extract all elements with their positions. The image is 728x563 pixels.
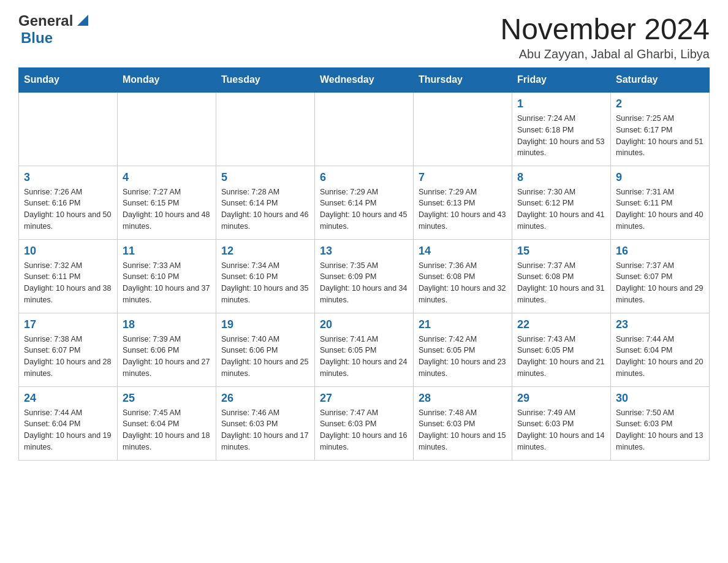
day-info: Sunrise: 7:34 AMSunset: 6:10 PMDaylight:… (221, 260, 309, 306)
calendar-cell: 23Sunrise: 7:44 AMSunset: 6:04 PMDayligh… (611, 313, 710, 386)
calendar-cell: 4Sunrise: 7:27 AMSunset: 6:15 PMDaylight… (118, 166, 216, 239)
day-number: 18 (123, 318, 211, 331)
day-number: 12 (221, 245, 309, 258)
day-number: 30 (616, 392, 704, 405)
logo: General Blue (18, 12, 91, 47)
day-info: Sunrise: 7:41 AMSunset: 6:05 PMDaylight:… (320, 334, 408, 380)
day-info: Sunrise: 7:30 AMSunset: 6:12 PMDaylight:… (517, 186, 605, 232)
day-info: Sunrise: 7:32 AMSunset: 6:11 PMDaylight:… (24, 260, 112, 306)
calendar-cell (118, 92, 216, 166)
calendar-cell: 30Sunrise: 7:50 AMSunset: 6:03 PMDayligh… (611, 386, 710, 460)
day-number: 11 (123, 245, 211, 258)
day-info: Sunrise: 7:43 AMSunset: 6:05 PMDaylight:… (517, 334, 605, 380)
day-info: Sunrise: 7:40 AMSunset: 6:06 PMDaylight:… (221, 334, 309, 380)
calendar-cell: 19Sunrise: 7:40 AMSunset: 6:06 PMDayligh… (216, 313, 315, 386)
day-number: 15 (517, 245, 605, 258)
calendar-cell: 22Sunrise: 7:43 AMSunset: 6:05 PMDayligh… (512, 313, 611, 386)
day-number: 20 (320, 318, 408, 331)
calendar-cell: 10Sunrise: 7:32 AMSunset: 6:11 PMDayligh… (19, 239, 118, 313)
logo-blue-text: Blue (21, 29, 53, 46)
day-number: 8 (517, 171, 605, 184)
day-info: Sunrise: 7:29 AMSunset: 6:14 PMDaylight:… (320, 186, 408, 232)
day-number: 1 (517, 98, 605, 110)
weekday-header-row: SundayMondayTuesdayWednesdayThursdayFrid… (19, 68, 710, 93)
calendar-cell: 17Sunrise: 7:38 AMSunset: 6:07 PMDayligh… (19, 313, 118, 386)
svg-marker-0 (77, 15, 88, 26)
day-number: 28 (419, 392, 507, 405)
calendar-cell: 24Sunrise: 7:44 AMSunset: 6:04 PMDayligh… (19, 386, 118, 460)
calendar-cell: 14Sunrise: 7:36 AMSunset: 6:08 PMDayligh… (414, 239, 512, 313)
day-number: 25 (123, 392, 211, 405)
day-info: Sunrise: 7:31 AMSunset: 6:11 PMDaylight:… (616, 186, 704, 232)
day-info: Sunrise: 7:42 AMSunset: 6:05 PMDaylight:… (419, 334, 507, 380)
day-info: Sunrise: 7:44 AMSunset: 6:04 PMDaylight:… (24, 407, 112, 453)
weekday-header-thursday: Thursday (414, 68, 512, 93)
day-number: 29 (517, 392, 605, 405)
weekday-header-monday: Monday (118, 68, 216, 93)
day-info: Sunrise: 7:37 AMSunset: 6:07 PMDaylight:… (616, 260, 704, 306)
day-number: 23 (616, 318, 704, 331)
day-number: 10 (24, 245, 112, 258)
day-number: 9 (616, 171, 704, 184)
page-header: General Blue November 2024 Abu Zayyan, J… (18, 12, 710, 61)
calendar-week-3: 10Sunrise: 7:32 AMSunset: 6:11 PMDayligh… (19, 239, 710, 313)
day-number: 24 (24, 392, 112, 405)
day-info: Sunrise: 7:26 AMSunset: 6:16 PMDaylight:… (24, 186, 112, 232)
day-info: Sunrise: 7:25 AMSunset: 6:17 PMDaylight:… (616, 113, 704, 159)
calendar-cell: 25Sunrise: 7:45 AMSunset: 6:04 PMDayligh… (118, 386, 216, 460)
day-number: 5 (221, 171, 309, 184)
calendar-cell: 20Sunrise: 7:41 AMSunset: 6:05 PMDayligh… (315, 313, 414, 386)
day-info: Sunrise: 7:47 AMSunset: 6:03 PMDaylight:… (320, 407, 408, 453)
calendar-week-1: 1Sunrise: 7:24 AMSunset: 6:18 PMDaylight… (19, 92, 710, 166)
location-title: Abu Zayyan, Jabal al Gharbi, Libya (500, 47, 710, 61)
calendar-cell: 13Sunrise: 7:35 AMSunset: 6:09 PMDayligh… (315, 239, 414, 313)
calendar-cell: 1Sunrise: 7:24 AMSunset: 6:18 PMDaylight… (512, 92, 611, 166)
day-info: Sunrise: 7:46 AMSunset: 6:03 PMDaylight:… (221, 407, 309, 453)
day-info: Sunrise: 7:35 AMSunset: 6:09 PMDaylight:… (320, 260, 408, 306)
day-number: 7 (419, 171, 507, 184)
calendar-week-2: 3Sunrise: 7:26 AMSunset: 6:16 PMDaylight… (19, 166, 710, 239)
day-number: 3 (24, 171, 112, 184)
calendar-cell: 16Sunrise: 7:37 AMSunset: 6:07 PMDayligh… (611, 239, 710, 313)
weekday-header-saturday: Saturday (611, 68, 710, 93)
calendar-cell: 3Sunrise: 7:26 AMSunset: 6:16 PMDaylight… (19, 166, 118, 239)
day-info: Sunrise: 7:24 AMSunset: 6:18 PMDaylight:… (517, 113, 605, 159)
logo-triangle-icon (74, 12, 91, 29)
calendar-cell: 15Sunrise: 7:37 AMSunset: 6:08 PMDayligh… (512, 239, 611, 313)
calendar-cell: 9Sunrise: 7:31 AMSunset: 6:11 PMDaylight… (611, 166, 710, 239)
weekday-header-wednesday: Wednesday (315, 68, 414, 93)
day-info: Sunrise: 7:49 AMSunset: 6:03 PMDaylight:… (517, 407, 605, 453)
calendar-cell: 2Sunrise: 7:25 AMSunset: 6:17 PMDaylight… (611, 92, 710, 166)
calendar-week-5: 24Sunrise: 7:44 AMSunset: 6:04 PMDayligh… (19, 386, 710, 460)
calendar-cell: 7Sunrise: 7:29 AMSunset: 6:13 PMDaylight… (414, 166, 512, 239)
calendar-cell: 27Sunrise: 7:47 AMSunset: 6:03 PMDayligh… (315, 386, 414, 460)
day-info: Sunrise: 7:37 AMSunset: 6:08 PMDaylight:… (517, 260, 605, 306)
calendar-cell (216, 92, 315, 166)
day-info: Sunrise: 7:44 AMSunset: 6:04 PMDaylight:… (616, 334, 704, 380)
day-number: 6 (320, 171, 408, 184)
day-number: 17 (24, 318, 112, 331)
calendar-cell (19, 92, 118, 166)
calendar-cell: 6Sunrise: 7:29 AMSunset: 6:14 PMDaylight… (315, 166, 414, 239)
day-number: 26 (221, 392, 309, 405)
calendar-cell (315, 92, 414, 166)
day-info: Sunrise: 7:27 AMSunset: 6:15 PMDaylight:… (123, 186, 211, 232)
day-number: 14 (419, 245, 507, 258)
day-info: Sunrise: 7:29 AMSunset: 6:13 PMDaylight:… (419, 186, 507, 232)
day-info: Sunrise: 7:48 AMSunset: 6:03 PMDaylight:… (419, 407, 507, 453)
calendar-cell: 5Sunrise: 7:28 AMSunset: 6:14 PMDaylight… (216, 166, 315, 239)
calendar-cell (414, 92, 512, 166)
day-number: 19 (221, 318, 309, 331)
calendar-cell: 21Sunrise: 7:42 AMSunset: 6:05 PMDayligh… (414, 313, 512, 386)
day-info: Sunrise: 7:38 AMSunset: 6:07 PMDaylight:… (24, 334, 112, 380)
calendar-cell: 18Sunrise: 7:39 AMSunset: 6:06 PMDayligh… (118, 313, 216, 386)
day-number: 22 (517, 318, 605, 331)
day-number: 21 (419, 318, 507, 331)
weekday-header-sunday: Sunday (19, 68, 118, 93)
title-section: November 2024 Abu Zayyan, Jabal al Gharb… (500, 12, 710, 61)
day-info: Sunrise: 7:50 AMSunset: 6:03 PMDaylight:… (616, 407, 704, 453)
weekday-header-tuesday: Tuesday (216, 68, 315, 93)
day-number: 16 (616, 245, 704, 258)
month-title: November 2024 (500, 12, 710, 46)
calendar-cell: 28Sunrise: 7:48 AMSunset: 6:03 PMDayligh… (414, 386, 512, 460)
